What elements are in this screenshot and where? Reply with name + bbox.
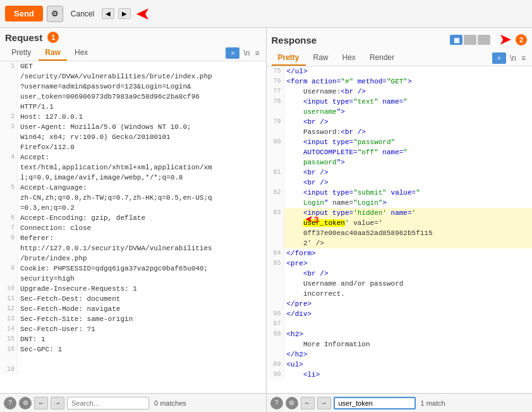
source-view-icon[interactable] xyxy=(478,35,490,45)
response-tab-actions: ≡ \n ≡ xyxy=(492,52,527,64)
response-code-area[interactable]: ➤ 3 75 </ul> 76 <form action="#" method=… xyxy=(267,66,533,393)
table-row: 7 Connection: close xyxy=(0,223,266,233)
table-row: 2' /> xyxy=(267,238,533,248)
response-title-row: Response ▦ ➤ 2 xyxy=(272,32,528,48)
table-row: /brute/index.php xyxy=(0,253,266,264)
table-row: Win64; x64; rv:109.0) Gecko/20100101 xyxy=(0,132,266,142)
response-menu-icon[interactable]: ≡ xyxy=(520,54,527,63)
table-row: 18 xyxy=(0,365,266,375)
table-row: 90 <li> xyxy=(267,370,533,380)
table-row: </pre> xyxy=(267,299,533,309)
table-row: zh-CN,zh;q=0.8,zh-TW;q=0.7,zh-HK;q=0.5,e… xyxy=(0,193,266,203)
request-bottom-bar: ? ⚙ ← → 0 matches xyxy=(0,393,266,412)
response-title: Response xyxy=(272,35,317,45)
request-tab-actions: ≡ \n ≡ xyxy=(226,47,260,59)
table-row: text/html,application/xhtml+xml,applicat… xyxy=(0,162,266,173)
table-row: 5 Accept-Language: xyxy=(0,183,266,193)
request-code-area[interactable]: 1 GET /security/DVWA/vulnerabilities/bru… xyxy=(0,61,266,393)
response-save-icon[interactable]: ≡ xyxy=(492,52,506,64)
request-tab-row: Pretty Raw Hex ≡ \n ≡ xyxy=(5,45,261,61)
settings-button[interactable]: ⚙ xyxy=(47,6,63,22)
table-row: AUTOCOMPLETE="off" name=" xyxy=(267,147,533,157)
table-row: 76 <form action="#" method="GET"> xyxy=(267,76,533,87)
table-row: ?username=admin&password=123&Login=Login… xyxy=(0,82,266,92)
table-row: /security/DVWA/vulnerabilities/brute/ind… xyxy=(0,71,266,82)
table-row: 0ff37e00eac40aa52ad858962b5f115 xyxy=(267,228,533,238)
red-arrow-2-icon: ➤ xyxy=(499,32,511,48)
response-newline-icon[interactable]: \n xyxy=(509,54,517,63)
table-row: 87 xyxy=(267,319,533,329)
table-row: 80 <input type="password" xyxy=(267,137,533,147)
nav-left-button[interactable]: ◀ xyxy=(102,8,114,19)
request-back-button[interactable]: ← xyxy=(34,397,48,409)
table-row: incorrect. xyxy=(267,289,533,299)
response-panel: Response ▦ ➤ 2 Pretty Raw Hex Render ≡ \… xyxy=(267,28,533,412)
response-settings-icon[interactable]: ⚙ xyxy=(286,397,298,409)
table-row: 10 Upgrade-Insecure-Requests: 1 xyxy=(0,284,266,294)
send-button[interactable]: Send xyxy=(5,6,43,21)
table-row: 75 </ul> xyxy=(267,66,533,76)
table-row: 77 Username:<br /> xyxy=(267,87,533,97)
table-row: =0.3,en;q=0.2 xyxy=(0,203,266,213)
tab-response-pretty[interactable]: Pretty xyxy=(272,51,306,66)
request-save-icon[interactable]: ≡ xyxy=(226,47,239,59)
tab-response-render[interactable]: Render xyxy=(363,51,401,66)
table-row: 8 Referer: xyxy=(0,233,266,243)
table-row: 86 </div> xyxy=(267,309,533,319)
table-row: <br /> xyxy=(267,269,533,279)
table-row: 78 <input type="text" name=" xyxy=(267,97,533,107)
response-back-button[interactable]: ← xyxy=(301,397,315,409)
table-row: 89 <ul> xyxy=(267,360,533,370)
tab-request-raw[interactable]: Raw xyxy=(39,45,67,61)
toolbar: Send ⚙ Cancel ◀ ▶ ➤ xyxy=(0,0,532,28)
request-forward-button[interactable]: → xyxy=(51,397,64,409)
request-panel-header: Request 1 Pretty Raw Hex ≡ \n ≡ xyxy=(0,28,266,61)
table-row: </h2> xyxy=(267,349,533,360)
tab-request-hex[interactable]: Hex xyxy=(68,45,94,61)
table-row: 14 Sec-Fetch-User: ?1 xyxy=(0,324,266,334)
table-row: Login" name="Login"> xyxy=(267,198,533,208)
response-panel-header: Response ▦ ➤ 2 Pretty Raw Hex Render ≡ \… xyxy=(267,28,533,66)
request-search-input[interactable] xyxy=(67,397,149,409)
request-menu-icon[interactable]: ≡ xyxy=(253,49,260,58)
request-newline-icon[interactable]: \n xyxy=(242,49,251,58)
grid-view-icon[interactable]: ▦ xyxy=(450,35,462,45)
table-row: 85 <pre> xyxy=(267,258,533,269)
table-row: 3 User-Agent: Mozilla/5.0 (Windows NT 10… xyxy=(0,122,266,132)
response-view-icons: ▦ xyxy=(450,35,490,45)
response-tab-row: Pretty Raw Hex Render ≡ \n ≡ xyxy=(272,51,528,66)
table-row: 9 Cookie: PHPSESSID=qdgq6iga37va2pgc0baf… xyxy=(0,264,266,274)
table-row: 2 Host: 127.0.0.1 xyxy=(0,112,266,122)
table-row: Username and/or password xyxy=(267,279,533,289)
cancel-button[interactable]: Cancel xyxy=(67,7,98,21)
nav-right-button[interactable]: ▶ xyxy=(118,8,131,19)
table-row: 82 <input type="submit" value=" xyxy=(267,188,533,198)
request-help-icon[interactable]: ? xyxy=(4,397,16,409)
tab-response-raw[interactable]: Raw xyxy=(307,51,335,66)
table-row: 15 DNT: 1 xyxy=(0,334,266,344)
table-row: <br /> xyxy=(267,178,533,188)
table-row: 84 </form> xyxy=(267,248,533,258)
tab-response-hex[interactable]: Hex xyxy=(336,51,362,66)
table-row: l;q=0.9,image/avif,image/webp,*/*;q=0.8 xyxy=(0,173,266,183)
request-settings-icon[interactable]: ⚙ xyxy=(19,397,32,409)
response-bottom-bar: ? ⚙ ← → 1 match xyxy=(267,393,533,412)
table-row: 16 Sec-GPC: 1 xyxy=(0,344,266,354)
table-row: security=high xyxy=(0,274,266,284)
table-row: 81 <br /> xyxy=(267,167,533,178)
request-title: Request 1 xyxy=(5,32,261,43)
table-row: 4 Accept: xyxy=(0,152,266,162)
table-row: Firefox/112.0 xyxy=(0,142,266,152)
response-forward-button[interactable]: → xyxy=(317,397,331,409)
table-row: 13 Sec-Fetch-Site: same-origin xyxy=(0,314,266,324)
tab-request-pretty[interactable]: Pretty xyxy=(5,45,37,61)
response-search-input[interactable] xyxy=(334,397,416,409)
main-container: Request 1 Pretty Raw Hex ≡ \n ≡ 1 GET xyxy=(0,28,532,412)
response-match-count: 1 match xyxy=(421,399,445,407)
response-help-icon[interactable]: ? xyxy=(270,397,283,409)
list-view-icon[interactable] xyxy=(464,35,476,45)
response-number-badge: 2 xyxy=(516,34,527,45)
table-row: http://127.0.0.1/security/DVWA/vulnerabi… xyxy=(0,243,266,253)
request-panel: Request 1 Pretty Raw Hex ≡ \n ≡ 1 GET xyxy=(0,28,267,412)
table-row: 79 <br /> xyxy=(267,117,533,127)
